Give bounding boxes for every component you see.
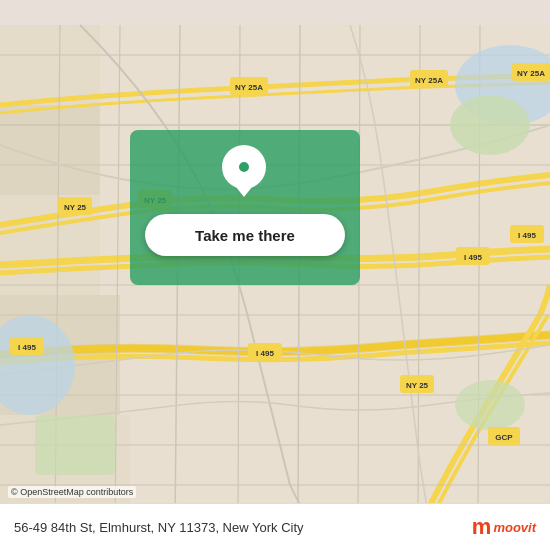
bottom-bar: 56-49 84th St, Elmhurst, NY 11373, New Y…: [0, 503, 550, 550]
pin-inner: [236, 159, 252, 175]
svg-text:NY 25A: NY 25A: [235, 83, 263, 92]
moovit-letter: m: [472, 514, 492, 540]
address-text: 56-49 84th St, Elmhurst, NY 11373, New Y…: [14, 520, 304, 535]
svg-rect-25: [35, 415, 115, 475]
moovit-wordmark: moovit: [493, 520, 536, 535]
svg-text:NY 25: NY 25: [406, 381, 429, 390]
svg-text:I 495: I 495: [256, 349, 274, 358]
location-pin: [222, 145, 266, 197]
moovit-logo: m moovit: [472, 514, 536, 540]
svg-text:I 495: I 495: [464, 253, 482, 262]
svg-text:NY 25A: NY 25A: [415, 76, 443, 85]
svg-point-26: [455, 380, 525, 430]
pin-tail: [236, 187, 252, 197]
pin-circle: [222, 145, 266, 189]
svg-text:I 495: I 495: [18, 343, 36, 352]
svg-text:I 495: I 495: [518, 231, 536, 240]
take-me-there-button[interactable]: Take me there: [145, 214, 345, 256]
osm-attribution: © OpenStreetMap contributors: [8, 486, 136, 498]
svg-rect-1: [0, 25, 100, 105]
svg-text:GCP: GCP: [495, 433, 513, 442]
svg-point-24: [450, 95, 530, 155]
svg-text:NY 25: NY 25: [64, 203, 87, 212]
svg-text:NY 25A: NY 25A: [517, 69, 545, 78]
map-container: NY 25A NY 25A NY 25A NY 25 NY 25 NY 25 I…: [0, 0, 550, 550]
